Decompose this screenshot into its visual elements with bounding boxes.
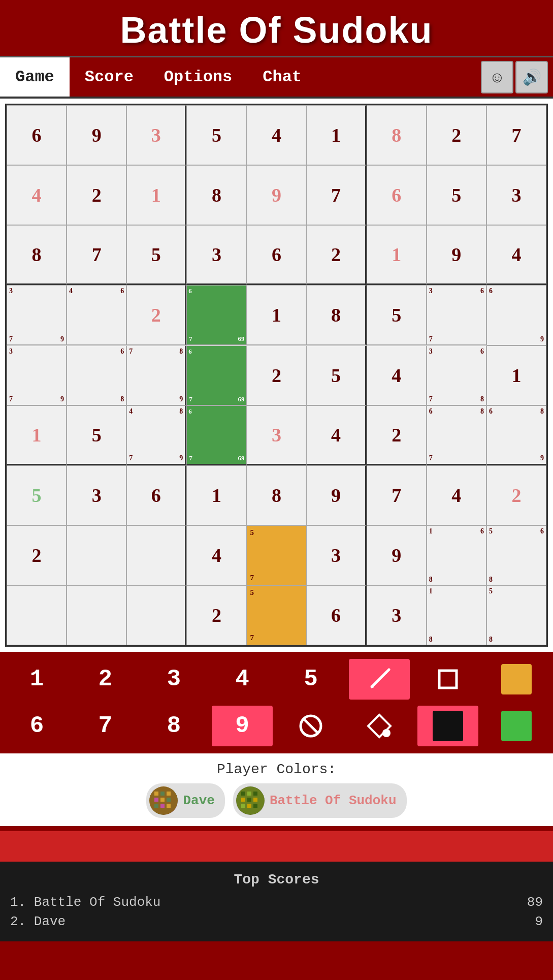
cell-8-1[interactable] <box>67 585 126 645</box>
cell-2-1[interactable]: 7 <box>67 225 126 285</box>
cell-4-8[interactable]: 1 <box>486 345 546 405</box>
cell-6-3[interactable]: 1 <box>186 465 246 525</box>
cell-3-0[interactable]: 379 <box>7 285 67 345</box>
cell-1-3[interactable]: 8 <box>186 165 246 225</box>
num-btn-1[interactable]: 1 <box>6 659 67 700</box>
cell-3-6[interactable]: 5 <box>367 285 427 345</box>
cell-7-3[interactable]: 4 <box>186 525 246 585</box>
tab-score[interactable]: Score <box>70 57 149 97</box>
num-btn-8[interactable]: 8 <box>143 706 204 746</box>
cell-0-4[interactable]: 4 <box>246 105 306 165</box>
cell-3-3[interactable]: 7669 <box>186 285 246 345</box>
cell-3-8[interactable]: 69 <box>486 285 546 345</box>
cell-7-4[interactable]: 57 <box>246 525 306 585</box>
cell-0-3[interactable]: 5 <box>186 105 246 165</box>
cell-6-4[interactable]: 8 <box>246 465 306 525</box>
square-outline-btn[interactable] <box>417 659 478 700</box>
cell-0-5[interactable]: 1 <box>307 105 367 165</box>
num-btn-3[interactable]: 3 <box>143 659 204 700</box>
cell-0-8[interactable]: 7 <box>486 105 546 165</box>
tab-chat[interactable]: Chat <box>247 57 317 97</box>
cell-4-6[interactable]: 4 <box>367 345 427 405</box>
cell-2-7[interactable]: 9 <box>427 225 486 285</box>
cell-0-2[interactable]: 3 <box>126 105 186 165</box>
cell-5-1[interactable]: 5 <box>67 405 126 465</box>
cell-3-1[interactable]: 46 <box>67 285 126 345</box>
cell-3-2[interactable]: 2 <box>126 285 186 345</box>
cell-4-5[interactable]: 5 <box>307 345 367 405</box>
cell-8-8[interactable]: 58 <box>486 585 546 645</box>
cell-5-0[interactable]: 1 <box>7 405 67 465</box>
cell-8-0[interactable] <box>7 585 67 645</box>
cell-6-7[interactable]: 4 <box>427 465 486 525</box>
num-btn-9[interactable]: 9 <box>212 706 273 746</box>
cell-2-2[interactable]: 5 <box>126 225 186 285</box>
num-btn-7[interactable]: 7 <box>75 706 136 746</box>
num-btn-6[interactable]: 6 <box>6 706 67 746</box>
cell-6-2[interactable]: 6 <box>126 465 186 525</box>
cell-0-6[interactable]: 8 <box>367 105 427 165</box>
pencil-btn[interactable] <box>349 659 410 700</box>
num-btn-2[interactable]: 2 <box>75 659 136 700</box>
cell-8-5[interactable]: 6 <box>307 585 367 645</box>
cell-1-6[interactable]: 6 <box>367 165 427 225</box>
black-square-btn[interactable] <box>417 706 478 746</box>
cell-3-5[interactable]: 8 <box>307 285 367 345</box>
cell-1-2[interactable]: 1 <box>126 165 186 225</box>
cell-2-0[interactable]: 8 <box>7 225 67 285</box>
cell-1-5[interactable]: 7 <box>307 165 367 225</box>
cell-8-2[interactable] <box>126 585 186 645</box>
cell-2-5[interactable]: 2 <box>307 225 367 285</box>
cell-6-5[interactable]: 9 <box>307 465 367 525</box>
cell-1-4[interactable]: 9 <box>246 165 306 225</box>
cell-0-0[interactable]: 6 <box>7 105 67 165</box>
cell-5-4[interactable]: 3 <box>246 405 306 465</box>
cell-8-3[interactable]: 2 <box>186 585 246 645</box>
cell-2-4[interactable]: 6 <box>246 225 306 285</box>
cell-2-3[interactable]: 3 <box>186 225 246 285</box>
cell-5-8[interactable]: 689 <box>486 405 546 465</box>
cell-6-1[interactable]: 3 <box>67 465 126 525</box>
cell-4-1[interactable]: 68 <box>67 345 126 405</box>
cell-1-7[interactable]: 5 <box>427 165 486 225</box>
cell-7-6[interactable]: 9 <box>367 525 427 585</box>
cell-1-1[interactable]: 2 <box>67 165 126 225</box>
cell-3-4[interactable]: 1 <box>246 285 306 345</box>
num-btn-4[interactable]: 4 <box>212 659 273 700</box>
cell-7-5[interactable]: 3 <box>307 525 367 585</box>
tab-options[interactable]: Options <box>149 57 247 97</box>
orange-square-btn[interactable] <box>486 659 547 700</box>
sound-icon-btn[interactable]: 🔊 <box>515 61 548 93</box>
cell-1-8[interactable]: 3 <box>486 165 546 225</box>
cell-5-3[interactable]: 7669 <box>186 405 246 465</box>
cell-6-0[interactable]: 5 <box>7 465 67 525</box>
cell-7-0[interactable]: 2 <box>7 525 67 585</box>
cell-2-6[interactable]: 1 <box>367 225 427 285</box>
cell-3-7[interactable]: 367 <box>427 285 486 345</box>
cell-8-6[interactable]: 3 <box>367 585 427 645</box>
tab-game[interactable]: Game <box>0 57 70 97</box>
cell-4-0[interactable]: 379 <box>7 345 67 405</box>
diamond-fill-btn[interactable] <box>349 706 410 746</box>
cell-5-7[interactable]: 687 <box>427 405 486 465</box>
cell-1-0[interactable]: 4 <box>7 165 67 225</box>
cell-8-7[interactable]: 18 <box>427 585 486 645</box>
cell-0-1[interactable]: 9 <box>67 105 126 165</box>
cell-6-8[interactable]: 2 <box>486 465 546 525</box>
cell-7-7[interactable]: 168 <box>427 525 486 585</box>
cell-5-6[interactable]: 2 <box>367 405 427 465</box>
cell-4-2[interactable]: 789 <box>126 345 186 405</box>
cell-0-7[interactable]: 2 <box>427 105 486 165</box>
cell-7-2[interactable] <box>126 525 186 585</box>
cell-4-7[interactable]: 3678 <box>427 345 486 405</box>
cell-8-4[interactable]: 57 <box>246 585 306 645</box>
cell-4-3[interactable]: 7669 <box>186 345 246 405</box>
cell-7-8[interactable]: 568 <box>486 525 546 585</box>
cell-4-4[interactable]: 2 <box>246 345 306 405</box>
cell-2-8[interactable]: 4 <box>486 225 546 285</box>
num-btn-5[interactable]: 5 <box>280 659 341 700</box>
cell-7-1[interactable] <box>67 525 126 585</box>
smiley-icon-btn[interactable]: ☺ <box>481 61 513 93</box>
ban-btn[interactable] <box>280 706 341 746</box>
green-square-btn[interactable] <box>486 706 547 746</box>
